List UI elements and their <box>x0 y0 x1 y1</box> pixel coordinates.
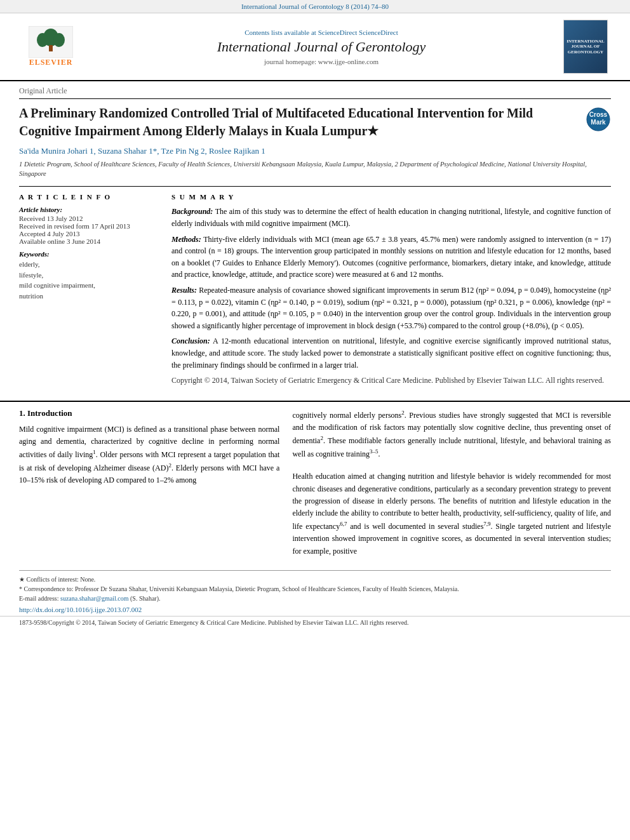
methods-paragraph: Methods: Thirty-five elderly individuals… <box>171 234 611 281</box>
svg-rect-4 <box>49 45 53 51</box>
journal-homepage: journal homepage: www.ijge-online.com <box>89 58 554 65</box>
background-text: The aim of this study was to determine t… <box>171 207 611 228</box>
right-column: cognitively normal elderly persons2. Pre… <box>292 408 611 557</box>
received-date: Received 13 July 2012 <box>19 215 159 222</box>
journal-ref-text: International Journal of Gerontology 8 (… <box>241 3 389 10</box>
svg-text:Mark: Mark <box>591 119 606 126</box>
article-info-heading: A R T I C L E I N F O <box>19 193 159 201</box>
background-label: Background: <box>171 207 213 216</box>
left-column: 1. Introduction Mild cognitive impairmen… <box>19 408 279 557</box>
journal-cover-area: INTERNATIONALJOURNAL OFGERONTOLOGY <box>554 20 617 74</box>
keywords-section: Keywords: elderly, lifestyle, mild cogni… <box>19 250 159 301</box>
intro-heading: 1. Introduction <box>19 408 279 418</box>
article-type: Original Article <box>19 81 611 99</box>
svg-point-2 <box>37 33 48 47</box>
revised-date: Received in revised form 17 April 2013 <box>19 222 159 230</box>
keyword-mci: mild cognitive impairment, <box>19 280 159 291</box>
footnote-email-note: (S. Shahar). <box>130 595 161 602</box>
svg-text:Cross: Cross <box>589 111 608 118</box>
history-label: Article history: <box>19 206 159 213</box>
authors-line: Sa'ida Munira Johari 1, Suzana Shahar 1*… <box>19 146 611 156</box>
intro-paragraph-3: Health education aimed at changing nutri… <box>292 470 611 557</box>
footnote-star: ★ Conflicts of interest: None. <box>19 575 611 584</box>
footnote-email: E-mail address: suzana.shahar@gmail.com … <box>19 594 611 603</box>
article-body: Original Article A Preliminary Randomize… <box>0 81 630 390</box>
article-info-panel: A R T I C L E I N F O Article history: R… <box>19 193 159 390</box>
doi-line: http://dx.doi.org/10.1016/j.ijge.2013.07… <box>0 603 630 616</box>
methods-label: Methods: <box>171 235 201 244</box>
keywords-label: Keywords: <box>19 250 159 258</box>
crossmark-icon: Cross Mark <box>586 107 611 132</box>
journal-title-area: Contents lists available at ScienceDirec… <box>89 29 554 65</box>
conclusion-paragraph: Conclusion: A 12-month educational inter… <box>171 335 611 371</box>
elsevier-wordmark: ELSEVIER <box>29 58 73 67</box>
results-label: Results: <box>171 286 197 295</box>
methods-text: Thirty-five elderly individuals with MCI… <box>171 235 611 279</box>
summary-heading: S U M M A R Y <box>171 193 611 201</box>
main-content-area: 1. Introduction Mild cognitive impairmen… <box>0 401 630 564</box>
summary-panel: S U M M A R Y Background: The aim of thi… <box>171 193 611 390</box>
svg-point-3 <box>53 33 65 47</box>
article-title-text: A Preliminary Randomized Controlled Tria… <box>19 104 579 140</box>
results-paragraph: Results: Repeated-measure analysis of co… <box>171 284 611 331</box>
article-info-summary-section: A R T I C L E I N F O Article history: R… <box>19 186 611 390</box>
results-text: Repeated-measure analysis of covariance … <box>171 286 611 330</box>
abstract-copyright: Copyright © 2014, Taiwan Society of Geri… <box>171 375 611 387</box>
journal-cover-image: INTERNATIONALJOURNAL OFGERONTOLOGY <box>563 20 608 74</box>
keyword-nutrition: nutrition <box>19 291 159 302</box>
online-date: Available online 3 June 2014 <box>19 237 159 245</box>
elsevier-tree-icon <box>29 26 73 58</box>
accepted-date: Accepted 4 July 2013 <box>19 230 159 237</box>
article-history: Article history: Received 13 July 2012 R… <box>19 206 159 245</box>
keyword-elderly: elderly, <box>19 259 159 270</box>
footnote-correspondence: * Correspondence to: Professor Dr Suzana… <box>19 584 611 594</box>
footnotes-area: ★ Conflicts of interest: None. * Corresp… <box>19 570 611 603</box>
footnote-email-address: suzana.shahar@gmail.com <box>60 595 129 602</box>
bottom-copyright-bar: 1873-9598/Copyright © 2014, Taiwan Socie… <box>0 616 630 629</box>
background-paragraph: Background: The aim of this study was to… <box>171 206 611 229</box>
affiliations-text: 1 Dietetic Program, School of Healthcare… <box>19 160 611 178</box>
publisher-logo-area: ELSEVIER <box>13 26 89 67</box>
doi-url: http://dx.doi.org/10.1016/j.ijge.2013.07… <box>19 606 142 613</box>
sciencedirect-text: Contents lists available at ScienceDirec… <box>89 29 554 36</box>
intro-paragraph-1: Mild cognitive impairment (MCI) is defin… <box>19 423 279 487</box>
journal-title: International Journal of Gerontology <box>89 39 554 55</box>
journal-reference-bar: International Journal of Gerontology 8 (… <box>0 0 630 13</box>
conclusion-text: A 12-month educational intervention on n… <box>171 337 611 369</box>
intro-paragraph-2: cognitively normal elderly persons2. Pre… <box>292 408 611 461</box>
keyword-lifestyle: lifestyle, <box>19 270 159 281</box>
article-title-area: A Preliminary Randomized Controlled Tria… <box>19 104 611 140</box>
journal-header: ELSEVIER Contents lists available at Sci… <box>0 13 630 81</box>
conclusion-label: Conclusion: <box>171 337 210 345</box>
